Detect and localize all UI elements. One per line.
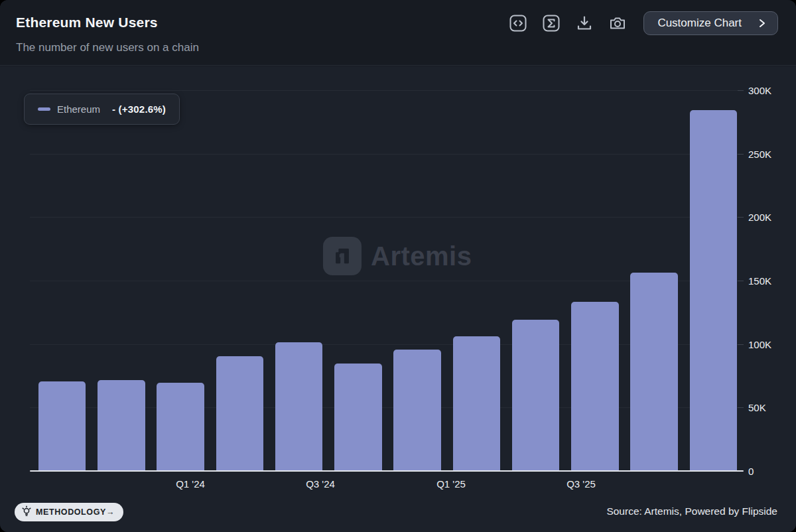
chevron-right-icon: [759, 19, 765, 28]
y-axis-tick: [738, 344, 744, 345]
y-gridline: [30, 90, 744, 91]
download-button[interactable]: [573, 12, 596, 34]
bar[interactable]: [571, 302, 619, 471]
y-axis-label: 0: [748, 466, 788, 477]
customize-chart-label: Customize Chart: [657, 17, 742, 30]
bar[interactable]: [275, 342, 323, 471]
header-actions: Customize Chart: [507, 11, 778, 35]
y-axis-label: 200K: [748, 212, 788, 223]
y-axis-label: 100K: [748, 338, 788, 350]
app-window: Ethereum New Users The number of new use…: [0, 0, 796, 532]
y-gridline: [30, 154, 744, 155]
methodology-button[interactable]: METHODOLOGY→: [15, 503, 123, 521]
y-gridline: [30, 217, 744, 218]
page-subtitle: The number of new users on a chain: [16, 41, 199, 54]
bar[interactable]: [38, 381, 86, 471]
y-axis-tick: [738, 407, 744, 408]
bar[interactable]: [512, 320, 560, 471]
y-axis-label: 150K: [748, 275, 788, 287]
bar[interactable]: [216, 356, 264, 471]
legend-series-name: Ethereum: [57, 103, 100, 115]
legend-chip[interactable]: Ethereum - (+302.6%): [24, 94, 180, 125]
embed-code-button[interactable]: [507, 12, 529, 34]
customize-chart-button[interactable]: Customize Chart: [643, 11, 778, 35]
y-axis-label: 50K: [748, 402, 788, 413]
x-axis-label: Q1 '25: [436, 478, 466, 490]
bar[interactable]: [453, 336, 501, 471]
x-axis-label: Q3 '25: [566, 478, 596, 490]
bar[interactable]: [630, 273, 678, 471]
methodology-label: METHODOLOGY→: [36, 507, 115, 517]
y-axis-tick: [738, 217, 744, 218]
bar[interactable]: [157, 383, 204, 471]
camera-icon: [608, 14, 627, 33]
bar[interactable]: [334, 364, 382, 471]
x-axis-label: Q3 '24: [306, 478, 335, 490]
download-icon: [575, 14, 594, 33]
y-axis-tick: [738, 154, 744, 155]
x-axis-label: Q1 '24: [176, 478, 205, 490]
bar[interactable]: [98, 380, 145, 471]
page-title: Ethereum New Users: [16, 15, 158, 31]
source-attribution: Source: Artemis, Powered by Flipside: [606, 505, 777, 517]
legend-series-swatch: [38, 107, 50, 111]
code-brackets-icon: [509, 14, 527, 33]
chart-header: Ethereum New Users The number of new use…: [0, 0, 796, 66]
lightbulb-icon: [21, 505, 33, 519]
formula-button[interactable]: [540, 12, 563, 34]
sigma-icon: [542, 14, 561, 33]
bar[interactable]: [690, 110, 738, 471]
bar[interactable]: [393, 350, 441, 471]
y-axis-tick: [738, 281, 744, 281]
y-axis-label: 250K: [748, 148, 788, 159]
x-axis-line: [30, 470, 744, 472]
y-axis-label: 300K: [748, 85, 788, 96]
legend-series-change: - (+302.6%): [112, 103, 166, 115]
screenshot-button[interactable]: [606, 12, 629, 34]
y-axis-tick: [738, 90, 744, 91]
